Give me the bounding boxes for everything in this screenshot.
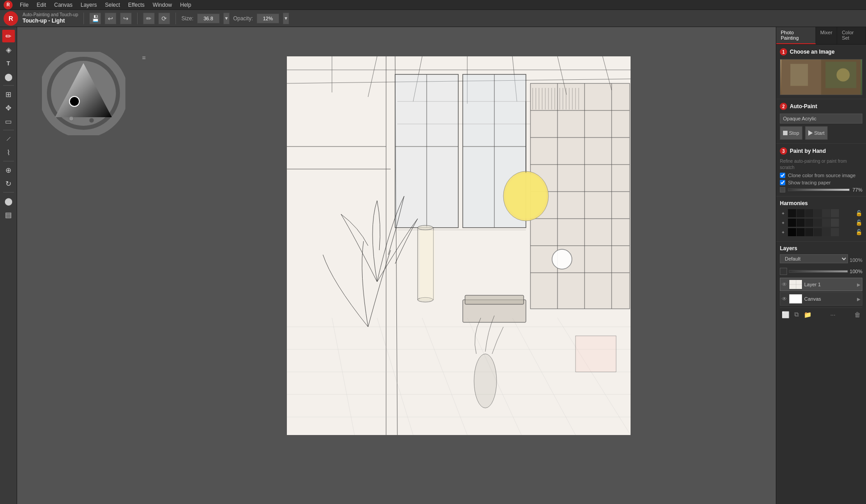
layer-opacity-pct: 100% [850, 269, 862, 274]
tool-sep3 [3, 161, 14, 161]
eraser-tool[interactable]: ◈ [2, 43, 15, 56]
swatch[interactable] [831, 209, 839, 217]
menu-file[interactable]: File [16, 1, 32, 9]
ruler-tool[interactable]: ▭ [2, 115, 15, 128]
layers-blendmode-dropdown[interactable]: Default Normal Multiply [780, 254, 848, 263]
swatch[interactable] [814, 209, 822, 217]
canvas-visibility-icon[interactable]: 👁 [782, 296, 787, 302]
svg-point-83 [837, 69, 850, 82]
transform-tool[interactable]: ⊞ [2, 88, 15, 101]
harmony-lock-1[interactable]: 🔓 [856, 210, 862, 216]
smudge-tool[interactable]: ⌇ [2, 146, 15, 159]
fill-tool[interactable]: ⬤ [2, 70, 15, 83]
layer-item-canvas[interactable]: 👁 Canvas ▶ [780, 292, 862, 306]
layer-1-visibility-icon[interactable]: 👁 [782, 281, 787, 288]
opacity-input[interactable] [257, 14, 279, 23]
undo-button[interactable]: ↩ [105, 13, 116, 24]
opacity-swatch [780, 187, 785, 192]
paint-brush-tool[interactable]: ✏ [2, 30, 15, 42]
swatch[interactable] [788, 219, 796, 227]
menu-edit[interactable]: Edit [33, 1, 50, 9]
text-tool[interactable]: T [2, 57, 15, 69]
canvas-expand-icon[interactable]: ▶ [857, 297, 861, 302]
more-options[interactable]: ... [815, 310, 851, 319]
swatch[interactable] [831, 228, 839, 236]
save-button[interactable]: 💾 [89, 13, 101, 24]
menu-effects[interactable]: Effects [124, 1, 148, 9]
tab-color-set[interactable]: Color Set [837, 27, 866, 44]
clone-color-checkbox[interactable] [780, 173, 785, 178]
menubar: R File Edit Canvas Layers Select Effects… [0, 0, 866, 10]
swatch[interactable] [788, 209, 796, 217]
color-picker-tool[interactable]: ⬤ [2, 195, 15, 207]
swatch[interactable] [805, 209, 813, 217]
new-layer-button[interactable]: ⬜ [780, 310, 791, 319]
svg-rect-71 [465, 295, 524, 304]
swatch[interactable] [788, 228, 796, 236]
canvas-area[interactable]: ≡ [17, 27, 776, 504]
tab-photo-painting[interactable]: Photo Painting [776, 27, 816, 44]
swatch[interactable] [822, 228, 830, 236]
layer-tool[interactable]: ▤ [2, 208, 15, 221]
duplicate-layer-button[interactable]: ⧉ [792, 310, 801, 319]
swatch[interactable] [805, 219, 813, 227]
canvas-painting[interactable] [287, 56, 631, 435]
menu-select[interactable]: Select [101, 1, 124, 9]
menu-help[interactable]: Help [176, 1, 195, 9]
source-image-preview[interactable] [780, 59, 862, 95]
layers-section: Layers Default Normal Multiply 100% 100% [776, 242, 866, 504]
swatch[interactable] [797, 209, 805, 217]
svg-point-4 [69, 116, 74, 121]
swatch[interactable] [805, 228, 813, 236]
start-button[interactable]: Start [805, 126, 828, 140]
stop-button[interactable]: Stop [780, 126, 802, 140]
redo-button[interactable]: ↪ [120, 13, 132, 24]
menu-window[interactable]: Window [149, 1, 176, 9]
dropdown-wrapper: Opaque Acrylic Watercolor Oil Paint Penc… [780, 114, 862, 124]
rotate-tool[interactable]: ↻ [2, 177, 15, 190]
swatch[interactable] [822, 209, 830, 217]
toolbar-logo: R [4, 11, 18, 26]
menu-canvas[interactable]: Canvas [51, 1, 76, 9]
swatch[interactable] [814, 228, 822, 236]
size-down-button[interactable]: ▼ [223, 13, 230, 24]
harmony-row-1: ✦ 🔓 [780, 209, 862, 217]
color-wheel-area[interactable]: ≡ [42, 52, 141, 151]
svg-point-74 [503, 171, 548, 221]
move-tool[interactable]: ✥ [2, 101, 15, 114]
brush-tool-button[interactable]: ✏ [143, 13, 155, 24]
step1-badge: 1 [780, 48, 787, 55]
swatch[interactable] [797, 228, 805, 236]
show-tracing-checkbox[interactable] [780, 180, 785, 185]
layer-opacity-slider[interactable] [789, 270, 848, 273]
swatch[interactable] [814, 219, 822, 227]
autopaint-style-dropdown[interactable]: Opaque Acrylic Watercolor Oil Paint Penc… [780, 114, 862, 124]
harmony-icon-2: ✦ [780, 220, 786, 226]
step2-badge: 2 [780, 103, 787, 110]
color-wheel-menu[interactable]: ≡ [142, 54, 146, 61]
layer-1-expand-icon[interactable]: ▶ [857, 282, 861, 287]
menu-layers[interactable]: Layers [77, 1, 101, 9]
app-logo: R [4, 0, 13, 9]
palette-knife-tool[interactable]: ⟋ [2, 133, 15, 145]
tracing-opacity-slider[interactable] [788, 188, 850, 191]
step2-section: 2 Auto-Paint Opaque Acrylic Watercolor O… [776, 99, 866, 144]
secondary-tool-button[interactable]: ⟳ [158, 13, 170, 24]
new-layer-icon[interactable] [780, 268, 787, 275]
harmony-lock-3[interactable]: 🔓 [856, 229, 862, 235]
swatch[interactable] [797, 219, 805, 227]
svg-point-72 [474, 354, 497, 408]
zoom-tool[interactable]: ⊕ [2, 164, 15, 176]
layer-item-1[interactable]: 👁 Layer 1 ▶ [780, 278, 862, 291]
delete-layer-button[interactable]: 🗑 [852, 310, 862, 319]
tab-mixer[interactable]: Mixer [816, 27, 838, 44]
layer-row-controls: 100% [780, 268, 862, 275]
step3-header: 3 Paint by Hand [780, 147, 862, 155]
swatch[interactable] [822, 219, 830, 227]
harmony-lock-2[interactable]: 🔓 [856, 220, 862, 226]
swatch[interactable] [831, 219, 839, 227]
group-layer-button[interactable]: 📁 [802, 310, 813, 319]
opacity-down-button[interactable]: ▼ [283, 13, 289, 24]
color-wheel-svg[interactable] [42, 52, 125, 135]
size-input[interactable] [197, 14, 220, 23]
